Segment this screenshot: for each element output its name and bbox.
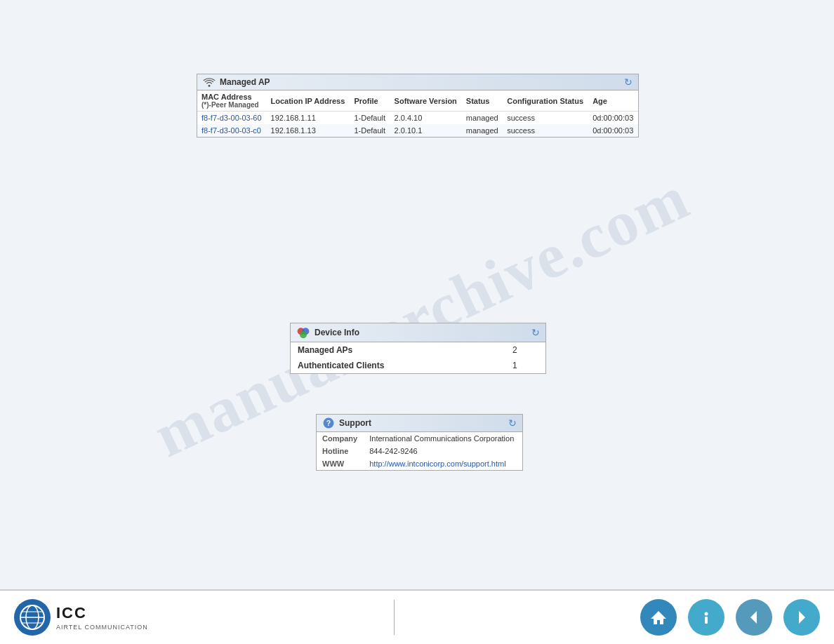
managed-ap-table-header-row: MAC Address (*)-Peer Managed Location IP…	[197, 90, 638, 112]
info-icon	[697, 608, 715, 626]
hotline-row: Hotline 844-242-9246	[317, 445, 522, 457]
bottom-nav	[640, 599, 820, 636]
ap-status-cell: managed	[462, 124, 503, 137]
www-value: http://www.intconicorp.com/support.html	[364, 457, 522, 470]
ap-table-row: f8-f7-d3-00-03-60 192.168.1.11 1-Default…	[197, 112, 638, 125]
hotline-value: 844-242-9246	[364, 445, 522, 457]
support-table: Company International Communications Cor…	[317, 432, 522, 470]
support-icon: ?	[322, 417, 335, 429]
device-info-table: Managed APs 2 Authenticated Clients 1	[291, 342, 545, 373]
col-header-status: Status	[462, 90, 503, 112]
company-value: International Communications Corporation	[364, 432, 522, 445]
support-refresh-icon[interactable]: ↻	[508, 417, 517, 429]
ap-mac-link[interactable]: f8-f7-d3-00-03-60	[201, 114, 262, 122]
managed-aps-row: Managed APs 2	[291, 342, 545, 358]
svg-marker-11	[651, 611, 666, 624]
managed-ap-panel: Managed AP ↻ MAC Address (*)-Peer Manage…	[197, 74, 639, 137]
device-info-title: Device Info	[315, 328, 359, 337]
ap-mac-link[interactable]: f8-f7-d3-00-03-c0	[201, 126, 261, 135]
managed-ap-header-left: Managed AP	[203, 77, 270, 87]
nav-forward-button[interactable]	[783, 599, 820, 636]
svg-text:?: ?	[326, 419, 331, 427]
col-header-profile: Profile	[350, 90, 390, 112]
managed-ap-header: Managed AP ↻	[197, 74, 638, 90]
managed-ap-title: Managed AP	[220, 77, 270, 87]
support-panel: ? Support ↻ Company International Commun…	[316, 414, 523, 471]
ap-config-cell: success	[503, 124, 588, 137]
col-header-location: Location IP Address	[267, 90, 350, 112]
device-info-refresh-icon[interactable]: ↻	[531, 327, 540, 338]
svg-marker-14	[750, 611, 757, 624]
nav-home-button[interactable]	[640, 599, 677, 636]
svg-point-0	[208, 85, 211, 87]
auth-clients-row: Authenticated Clients 1	[291, 358, 545, 373]
svg-rect-13	[705, 617, 708, 624]
hotline-label: Hotline	[317, 445, 364, 457]
nav-back-button[interactable]	[736, 599, 772, 636]
back-icon	[745, 608, 763, 626]
ap-status-cell: managed	[462, 112, 503, 125]
support-header: ? Support ↻	[317, 415, 522, 432]
bottom-bar: ICC AIRTEL COMMUNICATION	[0, 589, 834, 644]
logo-letters: ICC	[56, 604, 87, 622]
device-info-icon	[296, 326, 310, 340]
wifi-icon	[203, 77, 216, 87]
device-info-panel: Device Info ↻ Managed APs 2 Authenticate…	[290, 323, 546, 374]
support-title: Support	[339, 418, 371, 428]
device-info-header: Device Info ↻	[291, 323, 545, 342]
col-header-age: Age	[588, 90, 638, 112]
ap-mac-cell: f8-f7-d3-00-03-c0	[197, 124, 267, 137]
ap-location-cell: 192.168.1.13	[267, 124, 350, 137]
support-header-left: ? Support	[322, 417, 371, 429]
col-header-software: Software Version	[390, 90, 462, 112]
home-icon	[649, 608, 668, 626]
managed-aps-value: 2	[505, 342, 545, 358]
forward-icon	[793, 608, 811, 626]
ap-age-cell: 0d:00:00:03	[588, 124, 638, 137]
bottom-logo: ICC AIRTEL COMMUNICATION	[14, 599, 148, 636]
svg-marker-15	[799, 611, 805, 624]
logo-globe-icon	[19, 604, 46, 631]
www-label: WWW	[317, 457, 364, 470]
svg-point-3	[300, 331, 307, 338]
ap-profile-cell: 1-Default	[350, 112, 390, 125]
device-info-header-left: Device Info	[296, 326, 359, 340]
managed-ap-table: MAC Address (*)-Peer Managed Location IP…	[197, 90, 638, 137]
ap-table-row: f8-f7-d3-00-03-c0 192.168.1.13 1-Default…	[197, 124, 638, 137]
col-header-config: Configuration Status	[503, 90, 588, 112]
ap-software-cell: 2.0.4.10	[390, 112, 462, 125]
ap-config-cell: success	[503, 112, 588, 125]
ap-profile-cell: 1-Default	[350, 124, 390, 137]
logo-text-block: ICC AIRTEL COMMUNICATION	[56, 604, 148, 631]
ap-location-cell: 192.168.1.11	[267, 112, 350, 125]
company-label: Company	[317, 432, 364, 445]
svg-point-12	[705, 612, 708, 616]
ap-age-cell: 0d:00:00:03	[588, 112, 638, 125]
www-row: WWW http://www.intconicorp.com/support.h…	[317, 457, 522, 470]
ap-mac-cell: f8-f7-d3-00-03-60	[197, 112, 267, 125]
auth-clients-label: Authenticated Clients	[291, 358, 505, 373]
support-link[interactable]: http://www.intconicorp.com/support.html	[369, 459, 505, 468]
bottom-divider	[394, 600, 395, 635]
managed-ap-refresh-icon[interactable]: ↻	[624, 76, 633, 88]
logo-circle	[14, 599, 51, 636]
col-header-mac: MAC Address (*)-Peer Managed	[197, 90, 267, 112]
logo-sub: AIRTEL COMMUNICATION	[56, 624, 148, 631]
ap-table-body: f8-f7-d3-00-03-60 192.168.1.11 1-Default…	[197, 112, 638, 137]
ap-software-cell: 2.0.10.1	[390, 124, 462, 137]
managed-aps-label: Managed APs	[291, 342, 505, 358]
nav-info-button[interactable]	[688, 599, 724, 636]
auth-clients-value: 1	[505, 358, 545, 373]
company-row: Company International Communications Cor…	[317, 432, 522, 445]
